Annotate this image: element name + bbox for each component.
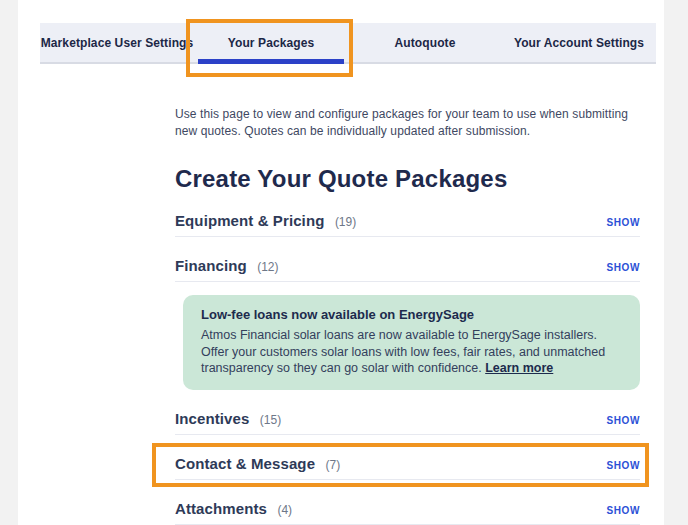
tab-your-packages[interactable]: Your Packages	[194, 23, 348, 62]
show-button-equipment-pricing[interactable]: SHOW	[606, 217, 640, 228]
section-row-financing: Financing (12) SHOW	[175, 257, 640, 282]
learn-more-link[interactable]: Learn more	[485, 361, 553, 375]
section-title: Attachments	[175, 500, 267, 517]
section-count: (4)	[277, 503, 292, 517]
settings-page: Marketplace User Settings Your Packages …	[18, 0, 664, 525]
tab-label: Your Packages	[228, 36, 314, 50]
page-title: Create Your Quote Packages	[175, 166, 640, 192]
section-row-contact-message: Contact & Message (7) SHOW	[175, 455, 640, 480]
promo-banner-body: Atmos Financial solar loans are now avai…	[201, 327, 622, 377]
tab-autoquote[interactable]: Autoquote	[348, 23, 502, 62]
section-title: Financing	[175, 257, 247, 274]
tab-your-account-settings[interactable]: Your Account Settings	[502, 23, 656, 62]
section-header: Incentives (15)	[175, 410, 281, 428]
section-title: Incentives	[175, 410, 249, 427]
section-title: Equipment & Pricing	[175, 212, 324, 229]
promo-banner-title: Low-fee loans now available on EnergySag…	[201, 307, 622, 322]
section-header: Equipment & Pricing (19)	[175, 212, 356, 230]
intro-text: Use this page to view and configure pack…	[175, 106, 640, 140]
section-header: Attachments (4)	[175, 500, 292, 518]
section-title: Contact & Message	[175, 455, 315, 472]
main-content: Use this page to view and configure pack…	[175, 106, 640, 525]
tab-label: Autoquote	[395, 36, 456, 50]
section-count: (7)	[326, 458, 341, 472]
section-row-equipment-pricing: Equipment & Pricing (19) SHOW	[175, 212, 640, 237]
tabbar-divider	[40, 62, 656, 64]
tab-bar: Marketplace User Settings Your Packages …	[40, 23, 656, 62]
section-count: (19)	[335, 215, 356, 229]
show-button-incentives[interactable]: SHOW	[606, 415, 640, 426]
section-header: Financing (12)	[175, 257, 279, 275]
section-count: (12)	[257, 260, 278, 274]
tab-label: Your Account Settings	[514, 36, 644, 50]
show-button-financing[interactable]: SHOW	[606, 262, 640, 273]
section-count: (15)	[260, 413, 281, 427]
promo-banner: Low-fee loans now available on EnergySag…	[183, 295, 640, 390]
section-row-attachments: Attachments (4) SHOW	[175, 500, 640, 525]
active-tab-indicator	[198, 59, 344, 64]
tab-label: Marketplace User Settings	[41, 36, 194, 50]
section-header: Contact & Message (7)	[175, 455, 340, 473]
show-button-contact-message[interactable]: SHOW	[606, 460, 640, 471]
tab-marketplace-user-settings[interactable]: Marketplace User Settings	[40, 23, 194, 62]
section-row-incentives: Incentives (15) SHOW	[175, 410, 640, 435]
show-button-attachments[interactable]: SHOW	[606, 505, 640, 516]
